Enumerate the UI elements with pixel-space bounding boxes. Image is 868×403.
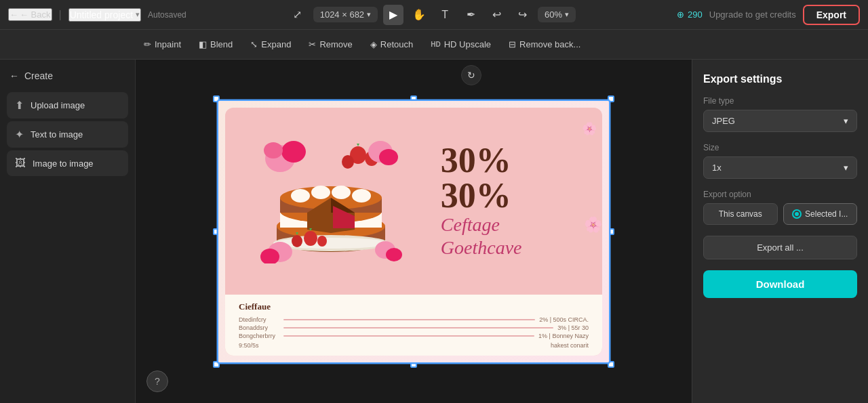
radio-dot-inner [795,212,799,216]
cake-illustration-area [225,108,437,295]
size-label: Size [703,143,857,152]
sidebar-item-image-to-image[interactable]: 🖼 Image to image [7,150,128,176]
redo-button[interactable]: ↪ [512,5,532,25]
retouch-button[interactable]: ◈ Retouch [362,36,421,53]
svg-point-20 [332,186,351,199]
download-label: Download [756,278,805,290]
autosaved-label: Autosaved [148,10,186,20]
hand-tool-button[interactable]: ✋ [409,5,429,25]
export-option-label: Export option [703,190,857,199]
svg-point-29 [292,235,302,247]
remove-icon: ✂ [309,39,316,49]
topbar: ← ← Back | Untitled project ▾ Autosaved … [0,0,868,30]
cake-bottom-info: Cieffaue Dtedinfcry 2% | 500s CIRCA. Bon… [225,295,602,356]
toolbar: ✏ Inpaint ◧ Blend ⤡ Expand ✂ Remove ◈ Re… [0,30,868,60]
back-button[interactable]: ← ← Back [8,8,52,21]
export-all-button[interactable]: Export all ... [703,236,857,259]
file-type-value: JPEG [712,116,735,126]
export-panel: Export settings File type JPEG ▾ Size 1x… [692,60,868,403]
project-name-button[interactable]: Untitled project ▾ [68,8,141,22]
size-select[interactable]: 1x ▾ [703,156,857,179]
refresh-icon: ↻ [467,70,475,81]
blend-button[interactable]: ◧ Blend [191,36,241,53]
this-canvas-button[interactable]: This canvas [703,203,778,225]
svg-marker-4 [357,144,359,146]
svg-point-35 [386,248,402,261]
selected-layers-button[interactable]: Selected I... [783,203,858,225]
resize-icon-button[interactable]: ⤢ [288,5,308,25]
discount-percent-2: 30% [441,178,511,213]
expand-icon: ⤡ [250,39,258,49]
cake-info-row-3: Bongcherbrry 1% | Bonney Nazy [239,333,589,339]
cake-image: 30% 30% CeftageGoethcave 🌸 🌸 Cieffaue [218,101,609,362]
export-button[interactable]: Export [803,5,860,25]
retouch-icon: ◈ [370,39,377,49]
help-button[interactable]: ? [146,370,168,392]
export-panel-title: Export settings [703,73,857,85]
sparkle-icon: ✦ [15,128,24,141]
canvas-size-button[interactable]: 1024 × 682 ▾ [313,7,378,22]
back-arrow-icon: ← [9,9,18,20]
file-type-select[interactable]: JPEG ▾ [703,110,857,132]
image-icon: 🖼 [15,157,26,169]
topbar-right: ⊕ 290 Upgrade to get credits Export [677,5,860,25]
discount-percent-1: 30% [441,143,511,178]
cake-card: 30% 30% CeftageGoethcave 🌸 🌸 Cieffaue [225,108,602,356]
expand-button[interactable]: ⤡ Expand [242,36,299,53]
topbar-center: ⤢ 1024 × 682 ▾ ▶ ✋ T ✒ ↩ ↪ 60% ▾ [195,5,669,25]
cake-info-row-1: Dtedinfcry 2% | 500s CIRCA. [239,316,589,323]
retouch-label: Retouch [380,39,413,49]
sidebar-upload-label: Upload image [31,100,85,110]
svg-point-27 [304,231,317,246]
cake-script-text: CeftageGoethcave [441,213,522,259]
download-button[interactable]: Download [703,270,857,298]
credits-icon: ⊕ [677,9,684,20]
svg-point-2 [264,142,283,158]
upgrade-link[interactable]: Upgrade to get credits [709,9,796,20]
selected-label: Selected I... [805,209,848,219]
svg-point-18 [291,189,310,203]
blend-label: Blend [210,39,233,49]
radio-selected-icon [792,209,802,219]
main-layout: ← Create ⬆ Upload image ✦ Text to image … [0,60,868,403]
hd-icon: HD [431,41,440,48]
refresh-button[interactable]: ↻ [461,65,481,85]
back-label: ← Back [20,9,51,20]
remove-back-icon: ⊟ [509,39,516,49]
credits-badge: ⊕ 290 [677,9,703,20]
expand-label: Expand [261,39,291,49]
rose-decoration-1: 🌸 [582,121,597,136]
inpaint-label: Inpaint [155,39,181,49]
canvas-area[interactable]: ↻ [136,60,692,403]
pen-tool-button[interactable]: ✒ [460,5,481,25]
chevron-down-icon: ▾ [565,10,569,19]
chevron-down-icon: ▾ [844,163,848,173]
cake-info-row-2: Bonaddsry 3% | 55r 30 [239,324,589,331]
inpaint-button[interactable]: ✏ Inpaint [136,36,189,53]
sidebar-header: ← Create [7,70,128,81]
canvas-size-label: 1024 × 682 [320,9,364,20]
cake-shop-name: Cieffaue [239,301,589,312]
export-option-section: Export option This canvas Selected I... [703,190,857,225]
size-value: 1x [712,163,722,173]
remove-back-button[interactable]: ⊟ Remove back... [500,36,589,53]
sidebar-item-text-to-image[interactable]: ✦ Text to image [7,121,128,148]
canvas-frame[interactable]: 30% 30% CeftageGoethcave 🌸 🌸 Cieffaue [217,100,610,364]
cake-svg [260,138,402,263]
undo-button[interactable]: ↩ [486,5,507,25]
create-arrow-icon: ← [9,70,19,81]
remove-label: Remove [319,39,352,49]
export-all-label: Export all ... [757,242,804,253]
canvas-wrapper: 30% 30% CeftageGoethcave 🌸 🌸 Cieffaue [217,100,610,364]
chevron-down-icon: ▾ [367,10,371,19]
sidebar-item-upload-image[interactable]: ⬆ Upload image [7,92,128,119]
hd-upscale-button[interactable]: HD HD Upscale [422,36,499,53]
select-tool-button[interactable]: ▶ [383,5,403,25]
size-section: Size 1x ▾ [703,143,857,179]
text-tool-button[interactable]: T [435,5,455,25]
blend-icon: ◧ [199,39,207,49]
svg-point-9 [379,149,398,165]
remove-button[interactable]: ✂ Remove [300,36,360,53]
zoom-button[interactable]: 60% ▾ [538,7,576,22]
file-type-label: File type [703,96,857,106]
